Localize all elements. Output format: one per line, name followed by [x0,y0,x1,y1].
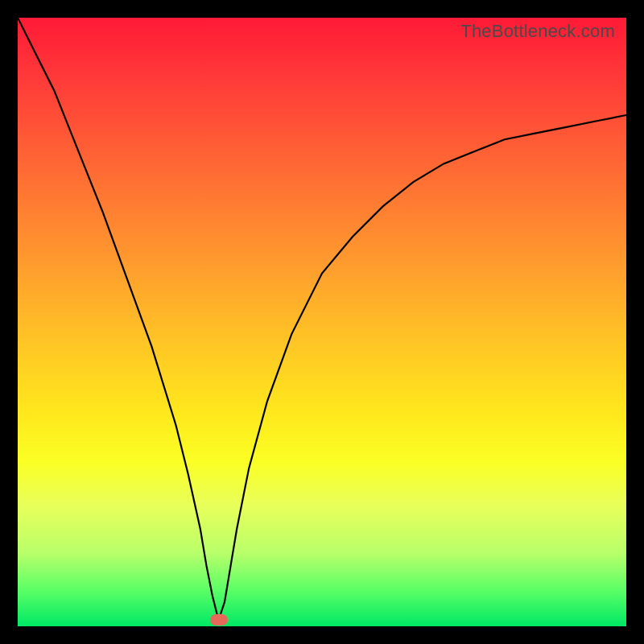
plot-area: TheBottleneck.com [18,18,626,626]
bottleneck-marker [210,614,228,625]
bottleneck-curve [18,18,626,626]
chart-root: TheBottleneck.com [0,0,644,644]
curve-path [18,18,626,620]
site-watermark: TheBottleneck.com [460,21,615,42]
